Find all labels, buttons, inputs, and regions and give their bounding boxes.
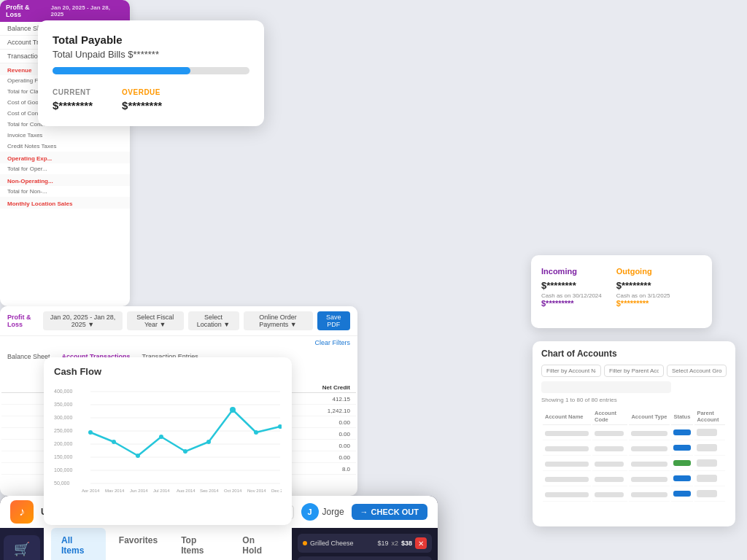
fin-location-btn[interactable]: Select Location ▼ bbox=[188, 311, 239, 330]
coa-row bbox=[543, 457, 725, 471]
coa-parent-btn-2[interactable] bbox=[697, 444, 717, 451]
current-label: CURRENT bbox=[53, 88, 90, 96]
checkout-arrow-icon: → bbox=[360, 508, 368, 516]
pl-row-9: Total for Non-... bbox=[0, 186, 130, 197]
progress-bar-bg bbox=[53, 67, 249, 74]
coa-filters bbox=[541, 365, 727, 377]
tab-on-hold[interactable]: On Hold bbox=[232, 528, 285, 560]
cashflow-svg: 400,000 350,000 300,000 250,000 200,000 … bbox=[54, 384, 282, 492]
coa-cell-code bbox=[592, 427, 627, 440]
pos-order-panel: Grilled Cheese $19 x2 $38 ✕ Chicken Supr… bbox=[292, 528, 438, 560]
svg-text:Jun 2014: Jun 2014 bbox=[130, 489, 148, 492]
pl-header: Profit & Loss Jan 20, 2025 - Jan 28, 202… bbox=[0, 0, 130, 22]
coa-row bbox=[543, 442, 725, 456]
order-item-price-1: $19 bbox=[377, 540, 388, 547]
svg-point-16 bbox=[88, 430, 93, 435]
fin-toolbar: Profit & Loss Jan 20, 2025 - Jan 28, 202… bbox=[0, 306, 357, 336]
fin-pl-label: Profit & Loss bbox=[7, 314, 39, 328]
tab-favorites[interactable]: Favorites bbox=[109, 528, 168, 560]
overdue-label: OVERDUE bbox=[122, 88, 160, 96]
overdue-col: OVERDUE $******** bbox=[122, 85, 162, 112]
coa-col-parent: Parent Account bbox=[694, 408, 725, 425]
svg-point-17 bbox=[112, 440, 116, 444]
overdue-value: $******** bbox=[122, 99, 162, 112]
cart-icon: 🛒 bbox=[14, 541, 30, 557]
svg-text:400,000: 400,000 bbox=[54, 389, 72, 394]
pl-section-opex: Operating Exp... bbox=[0, 152, 130, 163]
pos-checkout-button[interactable]: → CHECK OUT bbox=[352, 504, 427, 520]
coa-filter-parent-account[interactable] bbox=[604, 365, 664, 377]
svg-text:350,000: 350,000 bbox=[54, 402, 72, 407]
tab-top-items[interactable]: Top Items bbox=[171, 528, 229, 560]
svg-point-22 bbox=[230, 407, 236, 413]
incoming-outgoing-card: Incoming $******** Cash as on 30/12/2024… bbox=[531, 255, 712, 328]
fin-date-range-btn[interactable]: Jan 20, 2025 - Jan 28, 2025 ▼ bbox=[43, 311, 123, 330]
svg-point-18 bbox=[136, 454, 140, 458]
order-item-name-1: Grilled Cheese bbox=[310, 540, 374, 547]
svg-text:300,000: 300,000 bbox=[54, 415, 72, 420]
order-item-delete-1[interactable]: ✕ bbox=[415, 537, 427, 549]
fin-payment-btn[interactable]: Online Order Payments ▼ bbox=[244, 311, 313, 330]
coa-col-status: Status bbox=[671, 408, 693, 425]
pl-section-monthly: Monthly Location Sales bbox=[0, 197, 130, 209]
trial-col-name bbox=[1, 383, 48, 393]
coa-filter-account-name[interactable] bbox=[541, 365, 601, 377]
pos-content: 🛒 SELL 📦 ONLINE ORDERS 📊 SALES 📋 REPORTS… bbox=[0, 528, 438, 560]
coa-title: Chart of Accounts bbox=[541, 349, 727, 359]
fin-save-pdf-btn[interactable]: Save PDF bbox=[317, 311, 350, 330]
tab-all-items[interactable]: All Items bbox=[51, 528, 106, 560]
fin-clear-filters[interactable]: Clear Filters bbox=[0, 336, 357, 349]
coa-cell-name bbox=[543, 427, 591, 440]
pl-date-range: Jan 20, 2025 - Jan 28, 2025 bbox=[51, 4, 124, 18]
svg-text:Dec 2014: Dec 2014 bbox=[271, 489, 282, 492]
svg-point-21 bbox=[206, 440, 211, 444]
coa-status-badge-4 bbox=[673, 475, 691, 481]
cashflow-title: Cash Flow bbox=[54, 366, 282, 377]
cash-as-of-2-value: $********* bbox=[616, 299, 670, 308]
cashflow-card: Cash Flow 400,000 350,000 300,000 250,00… bbox=[44, 357, 292, 525]
svg-point-24 bbox=[278, 424, 282, 429]
fin-fiscal-year-btn[interactable]: Select Fiscal Year ▼ bbox=[127, 311, 184, 330]
payable-cols: CURRENT $******** OVERDUE $******** bbox=[53, 85, 249, 112]
svg-text:200,000: 200,000 bbox=[54, 441, 72, 446]
current-value: $******** bbox=[53, 99, 93, 112]
chart-of-accounts-card: Chart of Accounts Showing 1 to 80 of 80 … bbox=[533, 341, 735, 526]
svg-text:Sep 2014: Sep 2014 bbox=[200, 489, 219, 492]
svg-text:Oct 2014: Oct 2014 bbox=[224, 489, 242, 492]
outgoing-col: Outgoing $******** Cash as on 3/1/2025 $… bbox=[616, 264, 670, 308]
coa-table: Account Name Account Code Account Type S… bbox=[541, 407, 727, 503]
cash-as-of-1-value: $********* bbox=[541, 299, 602, 308]
total-payable-title: Total Payable bbox=[53, 34, 249, 46]
coa-parent-btn-4[interactable] bbox=[697, 475, 717, 482]
coa-filter-account-group[interactable] bbox=[667, 365, 727, 377]
coa-status-badge bbox=[673, 429, 691, 435]
current-col: CURRENT $******** bbox=[53, 85, 93, 112]
pos-logo: ♪ bbox=[10, 500, 34, 524]
svg-text:Aug 2014: Aug 2014 bbox=[177, 489, 196, 492]
svg-point-19 bbox=[159, 435, 163, 439]
svg-text:50,000: 50,000 bbox=[54, 481, 70, 486]
order-item-total-1: $38 bbox=[401, 540, 412, 547]
svg-text:250,000: 250,000 bbox=[54, 428, 72, 433]
progress-bar-fill bbox=[53, 67, 190, 74]
coa-parent-btn-5[interactable] bbox=[697, 490, 717, 497]
svg-text:Apr 2014: Apr 2014 bbox=[82, 489, 100, 492]
coa-count: Showing 1 to 80 of 80 entries bbox=[541, 397, 727, 403]
svg-point-20 bbox=[183, 449, 187, 454]
svg-text:Jul 2014: Jul 2014 bbox=[153, 489, 170, 492]
incoming-value: $******** bbox=[541, 280, 602, 291]
order-item-qty-1: x2 bbox=[391, 540, 398, 547]
cashflow-chart: 400,000 350,000 300,000 250,000 200,000 … bbox=[54, 384, 282, 494]
outgoing-value: $******** bbox=[616, 280, 670, 291]
coa-parent-btn-3[interactable] bbox=[697, 459, 717, 467]
items-tabs: All Items Favorites Top Items On Hold bbox=[44, 528, 292, 560]
fin-nav-balance-sheet[interactable]: Balance Sheet bbox=[7, 351, 50, 362]
pl-row-8: Total for Oper... bbox=[0, 163, 130, 174]
coa-status-badge-3 bbox=[673, 460, 691, 466]
svg-text:150,000: 150,000 bbox=[54, 454, 72, 459]
coa-parent-btn[interactable] bbox=[697, 429, 717, 436]
coa-col-code: Account Code bbox=[592, 408, 627, 425]
coa-cell-type bbox=[629, 427, 670, 440]
sidebar-item-sell[interactable]: 🛒 SELL bbox=[4, 535, 40, 560]
svg-point-23 bbox=[254, 430, 258, 435]
